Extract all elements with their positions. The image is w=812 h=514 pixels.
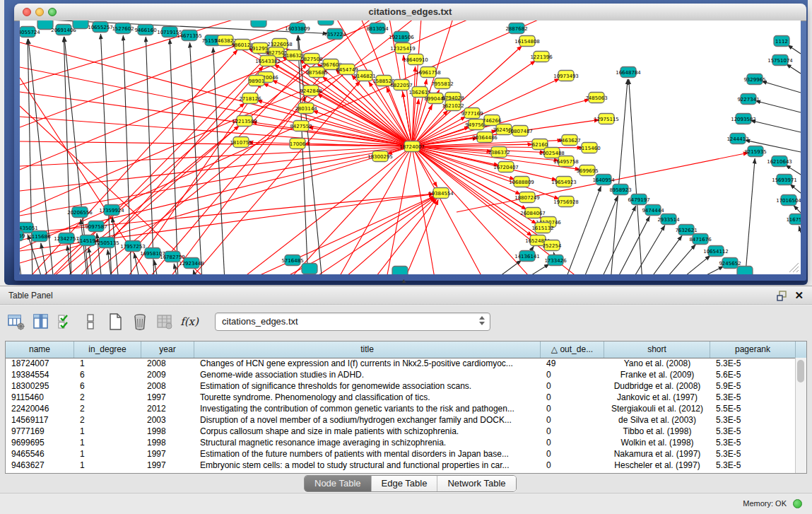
graph-edge[interactable] xyxy=(386,146,412,274)
graph-edge[interactable] xyxy=(790,184,801,193)
graph-node[interactable]: 18300295 xyxy=(367,151,393,162)
graph-edge[interactable] xyxy=(678,255,710,274)
graph-edge[interactable] xyxy=(616,216,649,274)
graph-node[interactable]: 10654112 xyxy=(703,246,729,257)
graph-edge[interactable] xyxy=(648,235,682,274)
graph-node[interactable]: 1115686 xyxy=(28,231,51,242)
graph-node[interactable]: 9463627 xyxy=(558,135,580,146)
graph-node[interactable]: 8427552 xyxy=(290,121,312,132)
graph-edge[interactable] xyxy=(745,158,755,274)
table-row[interactable]: 1456911722003Disruption of a novel membe… xyxy=(6,414,796,426)
graph-node[interactable]: 9097587 xyxy=(85,221,107,232)
graph-edge[interactable] xyxy=(786,64,801,74)
graph-node[interactable]: 1810755 xyxy=(230,137,252,148)
tab-edge-table[interactable]: Edge Table xyxy=(372,476,438,491)
graph-edge[interactable] xyxy=(520,264,550,274)
graph-edge[interactable] xyxy=(88,247,93,274)
table-row[interactable]: 911546021997Tourette syndrome. Phenomeno… xyxy=(6,392,796,403)
graph-node[interactable]: 6822057 xyxy=(390,80,412,90)
graph-node[interactable]: 2718126 xyxy=(239,93,261,104)
graph-node[interactable]: 19756928 xyxy=(553,197,579,207)
graph-node[interactable] xyxy=(302,264,317,274)
graph-node[interactable]: 1244413 xyxy=(726,134,748,144)
graph-node[interactable]: 18640910 xyxy=(403,54,428,65)
table-row[interactable]: 2242004622012Investigating the contribut… xyxy=(6,403,796,414)
graph-node[interactable]: 9227341 xyxy=(737,94,759,105)
graph-node[interactable]: 9115460 xyxy=(578,143,600,153)
graph-edge[interactable] xyxy=(762,81,801,93)
graph-node[interactable]: 7485063 xyxy=(585,93,607,103)
tab-node-table[interactable]: Node Table xyxy=(305,476,372,491)
graph-edge[interactable] xyxy=(20,243,22,274)
graph-node[interactable]: 9466160 xyxy=(134,25,156,35)
column-checks-icon[interactable] xyxy=(57,313,75,331)
graph-edge[interactable] xyxy=(20,42,412,146)
graph-node[interactable] xyxy=(73,21,88,29)
graph-edge[interactable] xyxy=(492,260,522,274)
table-row[interactable]: 977716911998Corpus callosum shape and si… xyxy=(6,426,796,437)
graph-edge[interactable] xyxy=(146,70,326,274)
graph-node[interactable]: 19654923 xyxy=(551,177,577,187)
graph-node[interactable]: 17006 xyxy=(290,139,306,149)
graph-node[interactable]: 1640954 xyxy=(592,175,615,185)
graph-node[interactable]: 1527602 xyxy=(112,23,134,34)
graph-node[interactable]: 15693971 xyxy=(772,175,797,185)
graph-node[interactable]: 9777169 xyxy=(461,108,483,119)
graph-edge[interactable] xyxy=(600,206,636,274)
resize-handle-icon[interactable] xyxy=(788,262,799,273)
graph-edge[interactable] xyxy=(799,226,801,233)
graph-node[interactable] xyxy=(737,267,753,275)
network-canvas[interactable]: 2405572420691406106552571527602946616010… xyxy=(20,21,801,274)
table-vertical-scrollbar[interactable] xyxy=(795,358,806,473)
graph-node[interactable]: 16154808 xyxy=(514,36,540,47)
table-row[interactable]: 1938455462009Genome-wide association stu… xyxy=(6,369,796,380)
graph-node[interactable]: 1733426 xyxy=(544,255,567,266)
graph-edge[interactable] xyxy=(146,37,154,274)
graph-node[interactable]: 26084067 xyxy=(520,208,546,218)
float-panel-icon[interactable] xyxy=(777,291,788,301)
graph-node[interactable]: 14136141 xyxy=(514,251,540,262)
graph-node[interactable]: 9329965 xyxy=(743,74,765,85)
graph-edge[interactable] xyxy=(154,260,158,274)
graph-node[interactable]: 8215935 xyxy=(744,146,766,157)
graph-edge[interactable] xyxy=(755,100,801,112)
graph-node[interactable]: 98901 xyxy=(249,76,264,86)
graph-node[interactable]: 6479197 xyxy=(628,194,649,205)
graph-node[interactable]: 9242848 xyxy=(300,86,322,96)
table-row[interactable]: 946362711997Embryonic stem cells: a mode… xyxy=(6,460,796,471)
column-header-pagerank[interactable]: pagerank xyxy=(710,341,796,358)
graph-edge[interactable] xyxy=(663,245,695,274)
graph-edge[interactable] xyxy=(794,205,801,213)
graph-node[interactable]: 7955812 xyxy=(431,78,453,89)
graph-edge[interactable] xyxy=(751,120,801,132)
show-columns-icon[interactable] xyxy=(32,313,50,331)
scrollbar-thumb[interactable] xyxy=(797,360,804,382)
graph-edge[interactable] xyxy=(785,165,801,175)
graph-edge[interactable] xyxy=(287,146,412,274)
graph-edge[interactable] xyxy=(693,267,724,274)
graph-node[interactable] xyxy=(318,21,334,25)
new-document-icon[interactable] xyxy=(106,313,124,331)
graph-node[interactable]: 1621022 xyxy=(442,100,464,111)
table-mode-icon[interactable] xyxy=(81,313,100,331)
graph-node[interactable]: 17016504 xyxy=(776,195,801,206)
delete-icon[interactable] xyxy=(131,313,149,331)
graph-node[interactable] xyxy=(251,21,266,28)
graph-edge[interactable] xyxy=(170,39,178,274)
graph-node[interactable]: 9875685 xyxy=(305,67,327,78)
column-header-name[interactable]: name xyxy=(6,341,74,358)
graph-node[interactable]: 1112 xyxy=(774,36,789,47)
close-panel-icon[interactable]: ✕ xyxy=(794,288,804,303)
graph-node[interactable]: 20206556 xyxy=(67,207,93,218)
graph-edge[interactable] xyxy=(631,226,665,274)
graph-node[interactable]: 252254 xyxy=(543,240,562,251)
graph-node[interactable]: 12093582 xyxy=(731,114,756,124)
graph-edge[interactable] xyxy=(82,21,414,274)
table-selector-dropdown[interactable]: citations_edges.txt xyxy=(215,313,490,331)
window-titlebar[interactable]: citations_edges.txt xyxy=(14,4,806,21)
function-builder-icon[interactable]: f(x) xyxy=(180,313,199,331)
graph-edge[interactable] xyxy=(787,45,801,54)
graph-node[interactable]: 20364486 xyxy=(472,132,498,143)
graph-edge[interactable] xyxy=(317,94,412,146)
graph-node[interactable]: 7386372 xyxy=(488,147,510,158)
